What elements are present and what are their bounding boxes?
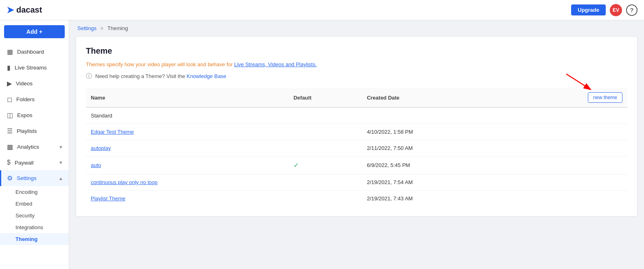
theme-action bbox=[510, 156, 627, 174]
sidebar-item-label: Live Streams bbox=[15, 65, 47, 71]
analytics-icon: ▩ bbox=[7, 143, 13, 151]
sidebar-item-analytics[interactable]: ▩ Analytics ▼ bbox=[0, 139, 69, 155]
theme-action bbox=[510, 140, 627, 156]
new-theme-button[interactable]: new theme bbox=[588, 92, 622, 103]
description-text: Themes specify how your video player wil… bbox=[86, 61, 317, 67]
theme-name[interactable]: Playlist Theme bbox=[86, 191, 289, 207]
theme-action bbox=[510, 174, 627, 191]
check-icon: ✓ bbox=[294, 162, 299, 169]
sidebar-sub-embed[interactable]: Embed bbox=[0, 198, 69, 210]
theme-action bbox=[510, 191, 627, 207]
chevron-up-icon: ▲ bbox=[59, 176, 63, 181]
theme-name[interactable]: autoplay bbox=[86, 140, 289, 156]
content-card: Theme Themes specify how your video play… bbox=[76, 36, 637, 217]
expos-icon: ◫ bbox=[7, 111, 13, 119]
chevron-down-icon: ▼ bbox=[59, 145, 63, 150]
breadcrumb-settings[interactable]: Settings bbox=[77, 25, 96, 31]
col-name: Name bbox=[86, 88, 289, 107]
breadcrumb: Settings > Theming bbox=[69, 20, 644, 36]
table-row: continuous play only no loop2/19/2021, 7… bbox=[86, 174, 627, 191]
add-button[interactable]: Add + bbox=[4, 25, 65, 38]
theme-created: 6/9/2022, 5:45 PM bbox=[362, 156, 510, 174]
help-row: ⓘ Need help creating a Theme? Visit the … bbox=[86, 72, 627, 80]
theme-name[interactable]: continuous play only no loop bbox=[86, 174, 289, 191]
description-link[interactable]: Live Streams, Videos and Playlists. bbox=[234, 61, 317, 67]
sidebar-item-label: Playlists bbox=[17, 128, 37, 134]
col-created: Created Date bbox=[362, 88, 510, 107]
logo: ➤ dacast bbox=[7, 5, 42, 15]
sidebar-item-playlists[interactable]: ☰ Playlists bbox=[0, 123, 69, 139]
playlist-icon: ☰ bbox=[7, 127, 13, 135]
integrations-label: Integrations bbox=[15, 224, 43, 230]
paywall-icon: $ bbox=[7, 159, 11, 166]
sidebar-item-label: Analytics bbox=[17, 144, 39, 150]
embed-label: Embed bbox=[15, 201, 32, 207]
folder-icon: ◻ bbox=[7, 95, 12, 103]
table-row: auto✓6/9/2022, 5:45 PM bbox=[86, 156, 627, 174]
topbar-right: Upgrade EV ? bbox=[571, 4, 637, 16]
sidebar-item-videos[interactable]: ▶ Videos bbox=[0, 76, 69, 91]
theme-action bbox=[510, 107, 627, 124]
sidebar-item-label: Settings bbox=[17, 175, 37, 181]
chevron-down-icon: ▼ bbox=[59, 160, 63, 165]
breadcrumb-separator: > bbox=[101, 25, 105, 31]
sidebar: Add + ▦ Dashboard ▮ Live Streams ▶ Video… bbox=[0, 20, 69, 269]
topbar-left: ➤ dacast bbox=[7, 5, 42, 15]
avatar[interactable]: EV bbox=[610, 4, 622, 16]
breadcrumb-current: Theming bbox=[107, 25, 128, 31]
sidebar-item-label: Videos bbox=[16, 80, 33, 87]
col-action: new theme bbox=[510, 88, 627, 107]
theme-default bbox=[289, 124, 362, 140]
dashboard-icon: ▦ bbox=[7, 48, 13, 56]
theme-default bbox=[289, 174, 362, 191]
table-row: Standard bbox=[86, 107, 627, 124]
help-icon[interactable]: ? bbox=[626, 4, 637, 16]
table-row: Playlist Theme2/19/2021, 7:43 AM bbox=[86, 191, 627, 207]
sidebar-item-label: Dashboard bbox=[17, 49, 44, 55]
theme-created: 2/11/2022, 7:50 AM bbox=[362, 140, 510, 156]
sidebar-nav: ▦ Dashboard ▮ Live Streams ▶ Videos ◻ Fo… bbox=[0, 44, 69, 245]
theming-label: Theming bbox=[15, 236, 37, 242]
sidebar-sub-theming[interactable]: Theming bbox=[0, 233, 69, 245]
sidebar-item-paywall[interactable]: $ Paywall ▼ bbox=[0, 155, 69, 170]
theme-created: 2/19/2021, 7:43 AM bbox=[362, 191, 510, 207]
sidebar-item-label: Folders bbox=[16, 96, 35, 102]
knowledge-base-link[interactable]: Knowledge Base bbox=[186, 73, 226, 79]
help-text: Need help creating a Theme? Visit the Kn… bbox=[95, 73, 226, 79]
col-default: Default bbox=[289, 88, 362, 107]
sidebar-item-label: Paywall bbox=[15, 160, 34, 166]
theme-name[interactable]: Edgar Test Theme bbox=[86, 124, 289, 140]
theme-created bbox=[362, 107, 510, 124]
upgrade-button[interactable]: Upgrade bbox=[571, 4, 606, 15]
sidebar-item-expos[interactable]: ◫ Expos bbox=[0, 107, 69, 123]
theme-created: 2/19/2021, 7:54 AM bbox=[362, 174, 510, 191]
settings-icon: ⚙ bbox=[7, 174, 13, 182]
security-label: Security bbox=[15, 213, 35, 219]
encoding-label: Encoding bbox=[15, 189, 37, 195]
arrow-container: Name Default Created Date new theme Stan… bbox=[86, 88, 627, 206]
theme-default bbox=[289, 107, 362, 124]
theme-name[interactable]: Standard bbox=[86, 107, 289, 124]
page-title: Theme bbox=[86, 46, 627, 56]
video-icon: ▶ bbox=[7, 80, 12, 87]
logo-icon: ➤ bbox=[7, 5, 14, 15]
main-content: Settings > Theming Theme Themes specify … bbox=[69, 20, 644, 269]
theme-created: 4/10/2022, 1:58 PM bbox=[362, 124, 510, 140]
theme-action bbox=[510, 124, 627, 140]
theme-table: Name Default Created Date new theme Stan… bbox=[86, 88, 627, 206]
sidebar-item-live-streams[interactable]: ▮ Live Streams bbox=[0, 60, 69, 76]
info-icon: ⓘ bbox=[86, 72, 92, 80]
sidebar-item-dashboard[interactable]: ▦ Dashboard bbox=[0, 44, 69, 60]
sidebar-item-folders[interactable]: ◻ Folders bbox=[0, 91, 69, 107]
sidebar-sub-encoding[interactable]: Encoding bbox=[0, 186, 69, 198]
table-row: autoplay2/11/2022, 7:50 AM bbox=[86, 140, 627, 156]
sidebar-sub-security[interactable]: Security bbox=[0, 210, 69, 221]
sidebar-item-settings[interactable]: ⚙ Settings ▲ bbox=[0, 170, 69, 186]
sidebar-item-label: Expos bbox=[17, 112, 33, 118]
layout: Add + ▦ Dashboard ▮ Live Streams ▶ Video… bbox=[0, 20, 644, 269]
table-row: Edgar Test Theme4/10/2022, 1:58 PM bbox=[86, 124, 627, 140]
topbar: ➤ dacast Upgrade EV ? bbox=[0, 0, 644, 20]
sidebar-sub-integrations[interactable]: Integrations bbox=[0, 221, 69, 233]
theme-name[interactable]: auto bbox=[86, 156, 289, 174]
camera-icon: ▮ bbox=[7, 64, 11, 72]
